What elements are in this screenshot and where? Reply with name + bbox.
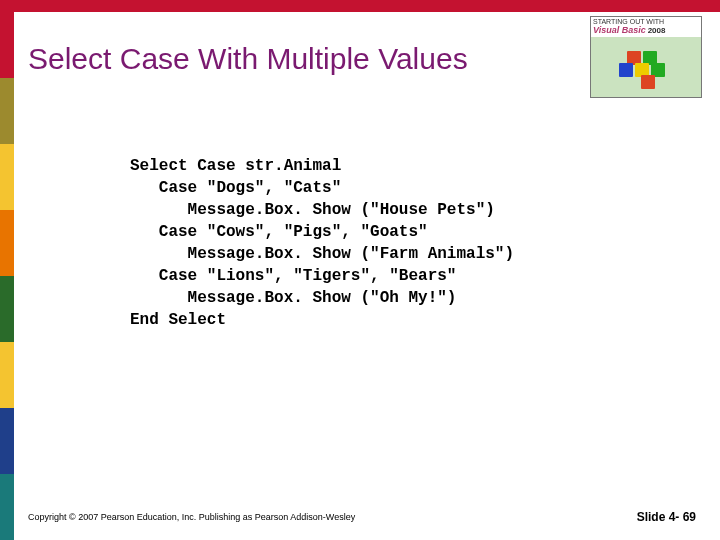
code-line: Message.Box. Show ("Farm Animals") (130, 245, 514, 263)
left-color-strip (0, 12, 14, 540)
book-cover-thumbnail: STARTING OUT WITH Visual Basic 2008 (590, 16, 702, 98)
copyright-footer: Copyright © 2007 Pearson Education, Inc.… (28, 512, 355, 522)
slide-title: Select Case With Multiple Values (28, 42, 468, 76)
code-line: End Select (130, 311, 226, 329)
code-line: Case "Cows", "Pigs", "Goats" (130, 223, 428, 241)
slide-number: Slide 4- 69 (637, 510, 696, 524)
code-line: Case "Lions", "Tigers", "Bears" (130, 267, 456, 285)
logo-line1: STARTING OUT WITH (593, 18, 664, 25)
code-line: Message.Box. Show ("House Pets") (130, 201, 495, 219)
code-line: Case "Dogs", "Cats" (130, 179, 341, 197)
code-line: Select Case str.Animal (130, 157, 341, 175)
code-line: Message.Box. Show ("Oh My!") (130, 289, 456, 307)
top-bar (0, 0, 720, 12)
code-block: Select Case str.Animal Case "Dogs", "Cat… (130, 155, 514, 331)
logo-line2: Visual Basic (593, 25, 646, 35)
logo-year: 2008 (648, 26, 666, 35)
